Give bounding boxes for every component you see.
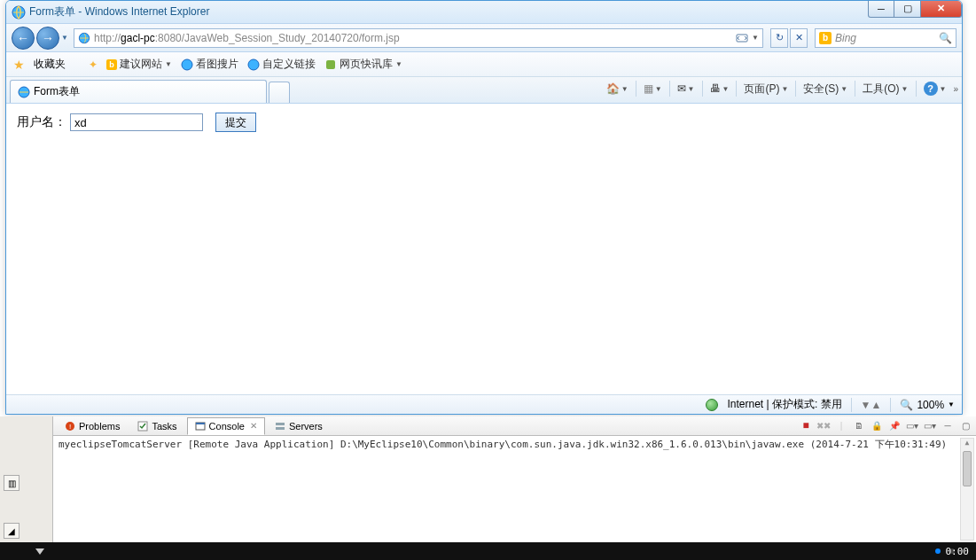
svg-rect-13 xyxy=(276,427,285,430)
help-button[interactable]: ?▼ xyxy=(924,82,947,96)
remove-terminated-button[interactable]: ✖✖ xyxy=(816,418,831,432)
page-menu[interactable]: 页面(P)▼ xyxy=(744,82,788,97)
page-content: 用户名： 提交 xyxy=(6,104,962,380)
console-toolbar: ■ ✖✖ | 🗎 🔒 📌 ▭▾ ▭▾ ─ ▢ xyxy=(799,418,972,432)
back-button[interactable]: ← xyxy=(12,27,35,50)
address-bar[interactable]: http://gacl-pc:8080/JavaWeb_Session_Stud… xyxy=(74,28,763,48)
eclipse-gutter: ▥ ◢ xyxy=(0,416,53,542)
separator xyxy=(636,81,636,97)
tab-form[interactable]: Form表单 xyxy=(10,80,267,103)
scrollbar-thumb[interactable] xyxy=(963,451,972,486)
minimize-button[interactable]: ─ xyxy=(868,0,894,18)
favorites-bar: ★ 收藏夹 ✦ b建议网站▼ 看图搜片 自定义链接 网页快讯库▼ xyxy=(6,52,962,77)
fav-item-webslice[interactable]: 网页快讯库▼ xyxy=(324,57,402,72)
mail-button[interactable]: ✉▼ xyxy=(677,82,695,95)
bing-icon: b xyxy=(106,59,117,70)
console-sep: | xyxy=(834,418,848,432)
forward-button[interactable]: → xyxy=(36,27,59,50)
ie-icon xyxy=(247,58,260,71)
svg-rect-2 xyxy=(737,35,747,42)
search-button[interactable]: 🔍 xyxy=(939,32,952,44)
console-icon xyxy=(195,421,206,432)
open-console-button[interactable]: ▭▾ xyxy=(923,418,937,432)
overflow-button[interactable]: » xyxy=(953,84,956,94)
gutter-icon-1[interactable]: ▥ xyxy=(4,475,20,491)
svg-point-3 xyxy=(182,59,192,70)
command-bar: 🏠▼ ▦▼ ✉▼ 🖶▼ 页面(P)▼ 安全(S)▼ 工具(O)▼ ?▼ » xyxy=(606,81,956,97)
display-console-button[interactable]: ▭▾ xyxy=(905,418,919,432)
terminate-button[interactable]: ■ xyxy=(799,418,813,432)
username-label: 用户名： xyxy=(17,114,66,130)
safety-menu[interactable]: 安全(S)▼ xyxy=(803,82,847,97)
fav-item-imagesearch[interactable]: 看图搜片 xyxy=(181,57,238,72)
webslice-icon xyxy=(324,58,337,71)
tab-tasks[interactable]: Tasks xyxy=(129,417,184,435)
close-button[interactable]: ✕ xyxy=(921,0,962,18)
eclipse-panel: ▥ ◢ !Problems Tasks Console✕ Servers ■ ✖… xyxy=(0,416,976,542)
separator xyxy=(669,81,670,97)
page-icon xyxy=(78,32,90,44)
console-text: myeclipseTomcatServer [Remote Java Appli… xyxy=(59,439,947,450)
stop-button[interactable]: ✕ xyxy=(790,28,808,48)
tab-servers[interactable]: Servers xyxy=(267,417,331,435)
maximize-view-button[interactable]: ▢ xyxy=(958,418,972,432)
tools-menu[interactable]: 工具(O)▼ xyxy=(863,82,908,97)
separator xyxy=(855,81,855,97)
fav-item-custom[interactable]: 自定义链接 xyxy=(247,57,316,72)
compat-view-icon[interactable] xyxy=(736,32,748,44)
ie-icon xyxy=(18,86,30,98)
favorites-star-icon[interactable]: ★ xyxy=(13,58,25,72)
pin-console-button[interactable]: 📌 xyxy=(887,418,902,432)
tab-title: Form表单 xyxy=(34,84,80,99)
add-favorite-icon[interactable]: ✦ xyxy=(89,58,98,71)
servers-icon xyxy=(275,421,285,432)
form-row: 用户名： 提交 xyxy=(17,113,951,132)
taskbar-arrow-icon[interactable] xyxy=(35,548,44,555)
nav-buttons: ← → ▼ xyxy=(12,27,70,50)
svg-rect-5 xyxy=(326,60,335,69)
maximize-button[interactable]: ▢ xyxy=(894,0,921,18)
taskbar-clock: 0:00 xyxy=(946,546,970,557)
fav-item-suggested[interactable]: b建议网站▼ xyxy=(106,57,172,72)
window-controls: ─ ▢ ✕ xyxy=(868,0,962,18)
svg-rect-12 xyxy=(276,423,285,425)
username-input[interactable] xyxy=(70,113,203,131)
gutter-icon-2[interactable]: ◢ xyxy=(4,523,20,539)
search-box[interactable]: b Bing 🔍 xyxy=(815,28,956,48)
internet-zone-icon xyxy=(706,399,718,411)
address-dropdown[interactable]: ▼ xyxy=(752,34,759,42)
svg-rect-11 xyxy=(196,423,205,424)
print-button[interactable]: 🖶▼ xyxy=(710,82,730,95)
clear-console-button[interactable]: 🗎 xyxy=(852,418,866,432)
svg-point-4 xyxy=(248,59,259,70)
refresh-stop: ↻ ✕ xyxy=(767,28,811,48)
zoom-control[interactable]: 🔍 100% ▼ xyxy=(900,399,955,411)
separator xyxy=(851,398,852,412)
taskbar: 0:00 xyxy=(0,542,976,560)
submit-button[interactable]: 提交 xyxy=(215,113,256,132)
tab-problems[interactable]: !Problems xyxy=(57,417,128,435)
feeds-button[interactable]: ▦▼ xyxy=(644,82,662,95)
protected-mode-dd[interactable]: ▼▲ xyxy=(861,399,882,411)
separator xyxy=(916,81,917,97)
console-body: myeclipseTomcatServer [Remote Java Appli… xyxy=(53,436,976,542)
zone-text: Internet | 保护模式: 禁用 xyxy=(727,397,841,412)
separator xyxy=(736,81,737,97)
refresh-button[interactable]: ↻ xyxy=(770,28,788,48)
eclipse-tabs: !Problems Tasks Console✕ Servers ■ ✖✖ | … xyxy=(53,416,976,436)
tasks-icon xyxy=(137,421,148,432)
nav-history-dropdown[interactable]: ▼ xyxy=(59,27,70,50)
new-tab-button[interactable] xyxy=(269,82,290,103)
scroll-lock-button[interactable]: 🔒 xyxy=(870,418,884,432)
close-tab-icon[interactable]: ✕ xyxy=(250,421,257,431)
ie-icon xyxy=(181,58,193,71)
tab-bar: Form表单 🏠▼ ▦▼ ✉▼ 🖶▼ 页面(P)▼ 安全(S)▼ 工具(O)▼ … xyxy=(6,77,962,104)
favorites-label[interactable]: 收藏夹 xyxy=(34,57,66,72)
console-scrollbar[interactable] xyxy=(960,438,974,541)
eclipse-main: !Problems Tasks Console✕ Servers ■ ✖✖ | … xyxy=(53,416,976,542)
url-text: http://gacl-pc:8080/JavaWeb_Session_Stud… xyxy=(94,32,732,44)
window-title: Form表单 - Windows Internet Explorer xyxy=(29,4,209,19)
tab-console[interactable]: Console✕ xyxy=(187,417,265,435)
home-button[interactable]: 🏠▼ xyxy=(606,82,629,95)
minimize-view-button[interactable]: ─ xyxy=(941,418,955,432)
